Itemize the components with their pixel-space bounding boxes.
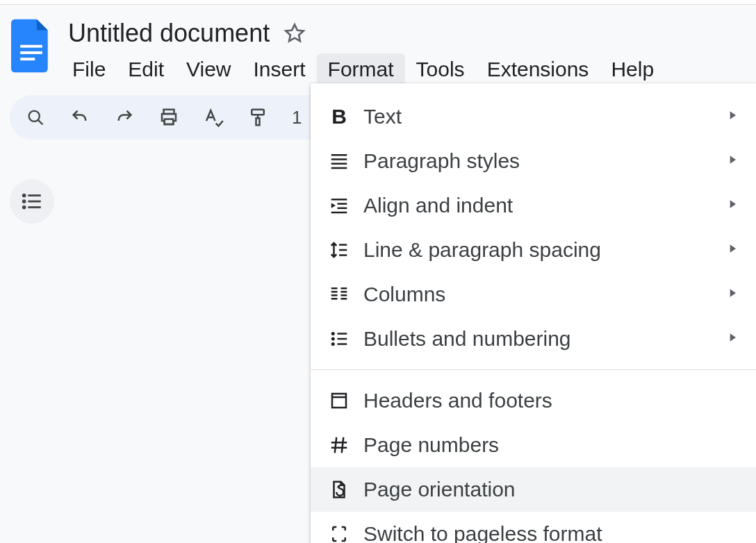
chevron-right-icon: [725, 153, 739, 169]
orientation-icon: [327, 478, 351, 501]
svg-rect-18: [331, 167, 347, 169]
dropdown-page-numbers[interactable]: Page numbers: [311, 423, 756, 467]
dropdown-bullets-numbering[interactable]: Bullets and numbering: [311, 317, 756, 361]
menu-file[interactable]: File: [61, 53, 117, 85]
separator: [311, 369, 756, 370]
dropdown-page-orientation[interactable]: Page orientation: [311, 467, 756, 512]
svg-line-43: [342, 437, 344, 453]
dropdown-label: Headers and footers: [363, 389, 739, 412]
columns-icon: [327, 283, 351, 306]
svg-point-3: [29, 111, 40, 122]
dropdown-label: Text: [363, 105, 725, 128]
svg-point-11: [22, 199, 26, 203]
menu-tools[interactable]: Tools: [405, 53, 476, 85]
indent-icon: [327, 194, 351, 217]
dropdown-label: Page orientation: [363, 478, 739, 501]
spellcheck-icon[interactable]: [203, 107, 224, 128]
bullets-icon: [327, 327, 351, 351]
dropdown-label: Page numbers: [363, 433, 739, 457]
dropdown-label: Switch to pageless format: [363, 522, 739, 543]
outline-button[interactable]: [10, 179, 54, 224]
svg-point-34: [331, 332, 335, 335]
chevron-right-icon: [725, 108, 739, 125]
redo-icon[interactable]: [114, 107, 135, 128]
svg-rect-29: [331, 298, 338, 300]
dropdown-line-spacing[interactable]: Line & paragraph spacing: [311, 228, 756, 272]
svg-rect-12: [28, 201, 40, 203]
zoom-value[interactable]: 1: [292, 107, 302, 128]
svg-rect-30: [341, 287, 347, 290]
paint-format-icon[interactable]: [247, 107, 268, 128]
svg-rect-32: [341, 294, 347, 296]
svg-rect-21: [338, 208, 347, 210]
menu-edit[interactable]: Edit: [117, 53, 175, 85]
svg-rect-20: [338, 203, 347, 205]
svg-rect-1: [20, 51, 42, 54]
svg-point-13: [22, 206, 26, 210]
paragraph-icon: [327, 149, 351, 173]
svg-rect-39: [338, 343, 347, 345]
chevron-right-icon: [725, 286, 739, 303]
dropdown-label: Bullets and numbering: [363, 327, 725, 351]
svg-rect-33: [341, 298, 347, 300]
dropdown-pageless[interactable]: Switch to pageless format: [311, 512, 756, 543]
svg-rect-27: [331, 291, 338, 293]
docs-logo[interactable]: [11, 19, 51, 73]
chevron-right-icon: [725, 197, 739, 214]
dropdown-paragraph-styles[interactable]: Paragraph styles: [311, 139, 756, 183]
dropdown-columns[interactable]: Columns: [311, 272, 756, 317]
svg-point-9: [22, 194, 26, 198]
menu-extensions[interactable]: Extensions: [476, 53, 600, 85]
svg-rect-31: [341, 291, 347, 293]
menu-insert[interactable]: Insert: [243, 53, 317, 85]
menu-format[interactable]: Format: [317, 53, 405, 85]
format-dropdown: B Text Paragraph styles Align and indent…: [311, 83, 756, 543]
chevron-right-icon: [725, 242, 739, 258]
svg-point-38: [331, 342, 335, 346]
dropdown-label: Columns: [363, 283, 725, 306]
document-title[interactable]: Untitled document: [68, 19, 270, 48]
search-icon[interactable]: [25, 107, 46, 128]
svg-rect-26: [331, 287, 338, 290]
menu-help[interactable]: Help: [600, 53, 665, 85]
svg-rect-22: [331, 212, 347, 214]
chevron-right-icon: [725, 331, 739, 347]
star-icon[interactable]: [284, 22, 306, 44]
dropdown-text[interactable]: B Text: [311, 94, 756, 139]
svg-point-36: [331, 337, 335, 341]
dropdown-label: Line & paragraph spacing: [363, 238, 725, 262]
print-icon[interactable]: [158, 107, 179, 128]
dropdown-align-indent[interactable]: Align and indent: [311, 183, 756, 228]
svg-line-4: [38, 120, 42, 124]
svg-line-42: [335, 437, 337, 453]
svg-rect-6: [165, 119, 174, 125]
menu-view[interactable]: View: [175, 53, 242, 85]
svg-rect-14: [28, 206, 40, 208]
svg-rect-37: [338, 338, 347, 340]
svg-rect-8: [252, 110, 264, 115]
hash-icon: [327, 433, 351, 457]
undo-icon[interactable]: [69, 107, 90, 128]
svg-rect-16: [331, 158, 347, 160]
svg-rect-10: [28, 194, 40, 197]
bold-icon: B: [327, 105, 351, 128]
svg-rect-15: [331, 154, 347, 156]
menu-bar: File Edit View Insert Format Tools Exten…: [61, 53, 665, 85]
svg-rect-17: [331, 163, 347, 165]
svg-rect-35: [338, 333, 347, 335]
svg-rect-40: [332, 394, 346, 408]
dropdown-label: Paragraph styles: [363, 149, 725, 173]
svg-rect-2: [20, 58, 35, 60]
dropdown-headers-footers[interactable]: Headers and footers: [311, 378, 756, 423]
svg-rect-0: [20, 45, 42, 48]
line-spacing-icon: [327, 238, 351, 262]
pageless-icon: [327, 522, 351, 543]
header-footer-icon: [327, 389, 351, 412]
svg-rect-19: [331, 199, 347, 201]
svg-rect-28: [331, 294, 338, 296]
dropdown-label: Align and indent: [363, 194, 725, 217]
